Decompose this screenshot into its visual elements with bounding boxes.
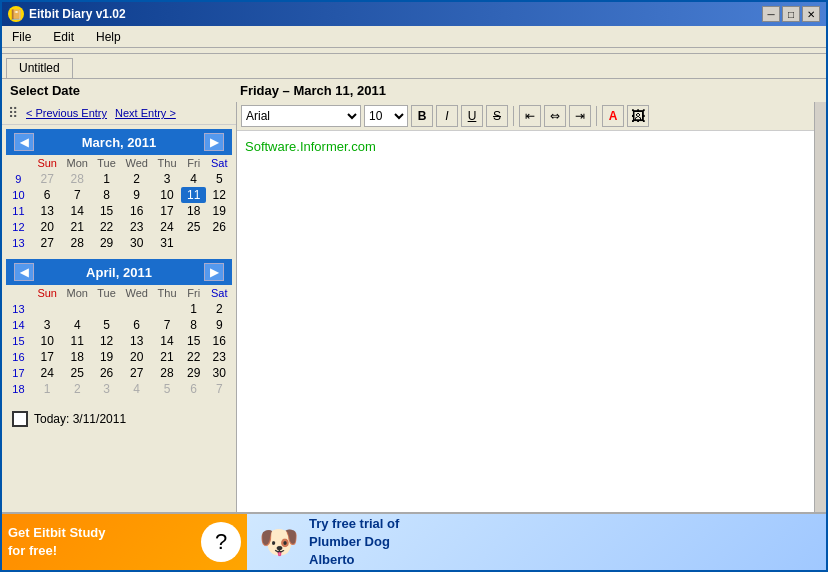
calendar-day[interactable]: 24 [33, 365, 62, 381]
calendar-day[interactable]: 2 [62, 381, 93, 397]
calendar-day[interactable]: 28 [62, 171, 93, 187]
calendar-day[interactable]: 3 [93, 381, 120, 397]
calendar-day[interactable]: 31 [153, 235, 181, 251]
calendar-day[interactable]: 9 [120, 187, 153, 203]
align-right-button[interactable]: ⇥ [569, 105, 591, 127]
calendar-day[interactable] [93, 301, 120, 317]
calendar-day[interactable]: 22 [93, 219, 120, 235]
calendar-day[interactable]: 8 [181, 317, 206, 333]
april-prev-btn[interactable]: ◀ [14, 263, 34, 281]
calendar-day[interactable]: 2 [120, 171, 153, 187]
maximize-button[interactable]: □ [782, 6, 800, 22]
tab-untitled[interactable]: Untitled [6, 58, 73, 79]
calendar-day[interactable]: 25 [181, 219, 206, 235]
calendar-day[interactable]: 12 [206, 187, 232, 203]
calendar-day[interactable]: 1 [93, 171, 120, 187]
calendar-day[interactable]: 16 [206, 333, 232, 349]
march-next-btn[interactable]: ▶ [204, 133, 224, 151]
calendar-day[interactable]: 26 [206, 219, 232, 235]
april-next-btn[interactable]: ▶ [204, 263, 224, 281]
calendar-day[interactable]: 5 [93, 317, 120, 333]
size-select[interactable]: 10 [364, 105, 408, 127]
calendar-day[interactable]: 19 [93, 349, 120, 365]
font-select[interactable]: Arial [241, 105, 361, 127]
calendar-day[interactable]: 5 [153, 381, 181, 397]
calendar-day[interactable]: 27 [33, 235, 62, 251]
calendar-day[interactable]: 7 [153, 317, 181, 333]
calendar-day[interactable]: 4 [181, 171, 206, 187]
calendar-day[interactable]: 4 [62, 317, 93, 333]
calendar-day[interactable]: 21 [62, 219, 93, 235]
calendar-day[interactable]: 26 [93, 365, 120, 381]
calendar-day[interactable]: 6 [33, 187, 62, 203]
calendar-day[interactable]: 23 [120, 219, 153, 235]
strikethrough-button[interactable]: S [486, 105, 508, 127]
calendar-day[interactable]: 10 [153, 187, 181, 203]
calendar-day[interactable]: 11 [62, 333, 93, 349]
calendar-day[interactable] [120, 301, 153, 317]
calendar-day[interactable]: 1 [33, 381, 62, 397]
align-left-button[interactable]: ⇤ [519, 105, 541, 127]
calendar-day[interactable]: 30 [120, 235, 153, 251]
calendar-day[interactable]: 20 [120, 349, 153, 365]
calendar-day[interactable] [62, 301, 93, 317]
minimize-button[interactable]: ─ [762, 6, 780, 22]
calendar-day[interactable]: 29 [181, 365, 206, 381]
calendar-day[interactable]: 6 [181, 381, 206, 397]
calendar-day[interactable]: 11 [181, 187, 206, 203]
calendar-day[interactable] [206, 235, 232, 251]
prev-entry-button[interactable]: < Previous Entry [26, 107, 107, 119]
calendar-day[interactable]: 17 [153, 203, 181, 219]
calendar-day[interactable]: 18 [62, 349, 93, 365]
underline-button[interactable]: U [461, 105, 483, 127]
march-prev-btn[interactable]: ◀ [14, 133, 34, 151]
calendar-day[interactable]: 24 [153, 219, 181, 235]
calendar-day[interactable] [33, 301, 62, 317]
menu-edit[interactable]: Edit [47, 28, 80, 46]
menu-help[interactable]: Help [90, 28, 127, 46]
calendar-day[interactable]: 1 [181, 301, 206, 317]
calendar-day[interactable]: 22 [181, 349, 206, 365]
calendar-day[interactable]: 5 [206, 171, 232, 187]
calendar-day[interactable]: 14 [62, 203, 93, 219]
calendar-day[interactable] [153, 301, 181, 317]
align-center-button[interactable]: ⇔ [544, 105, 566, 127]
calendar-day[interactable]: 23 [206, 349, 232, 365]
calendar-day[interactable]: 2 [206, 301, 232, 317]
calendar-day[interactable]: 17 [33, 349, 62, 365]
calendar-day[interactable]: 29 [93, 235, 120, 251]
calendar-day[interactable]: 19 [206, 203, 232, 219]
calendar-day[interactable]: 18 [181, 203, 206, 219]
calendar-day[interactable]: 8 [93, 187, 120, 203]
calendar-day[interactable]: 4 [120, 381, 153, 397]
bold-button[interactable]: B [411, 105, 433, 127]
font-color-button[interactable]: A [602, 105, 624, 127]
next-entry-button[interactable]: Next Entry > [115, 107, 176, 119]
image-button[interactable]: 🖼 [627, 105, 649, 127]
calendar-day[interactable]: 3 [153, 171, 181, 187]
ad-right[interactable]: 🐶 Try free trial of Plumber Dog Alberto [247, 514, 826, 570]
italic-button[interactable]: I [436, 105, 458, 127]
calendar-day[interactable]: 27 [120, 365, 153, 381]
calendar-day[interactable]: 20 [33, 219, 62, 235]
calendar-day[interactable]: 15 [181, 333, 206, 349]
calendar-day[interactable]: 25 [62, 365, 93, 381]
calendar-day[interactable]: 14 [153, 333, 181, 349]
calendar-day[interactable]: 21 [153, 349, 181, 365]
calendar-day[interactable]: 7 [206, 381, 232, 397]
calendar-day[interactable]: 13 [33, 203, 62, 219]
resize-handle[interactable] [814, 102, 826, 512]
editor-area[interactable]: Software.Informer.com [237, 131, 814, 512]
calendar-day[interactable]: 10 [33, 333, 62, 349]
calendar-day[interactable]: 7 [62, 187, 93, 203]
calendar-day[interactable]: 9 [206, 317, 232, 333]
calendar-day[interactable]: 13 [120, 333, 153, 349]
calendar-day[interactable]: 28 [153, 365, 181, 381]
close-button[interactable]: ✕ [802, 6, 820, 22]
calendar-day[interactable]: 6 [120, 317, 153, 333]
calendar-day[interactable]: 15 [93, 203, 120, 219]
ad-left[interactable]: Get Eitbit Study for free! ? [2, 514, 247, 570]
calendar-day[interactable]: 3 [33, 317, 62, 333]
calendar-day[interactable]: 16 [120, 203, 153, 219]
calendar-day[interactable]: 27 [33, 171, 62, 187]
